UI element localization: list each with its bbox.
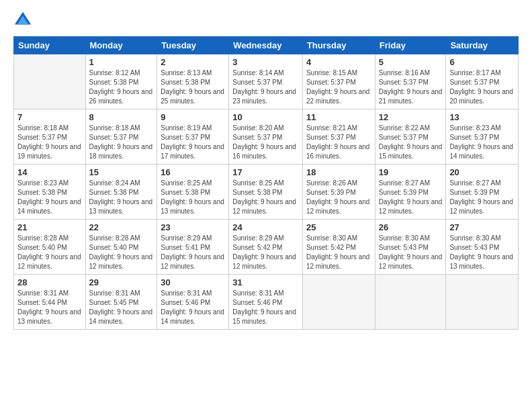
day-cell: 11Sunrise: 8:21 AMSunset: 5:37 PMDayligh… — [302, 109, 375, 165]
day-number: 2 — [161, 57, 225, 67]
day-cell: 24Sunrise: 8:29 AMSunset: 5:42 PMDayligh… — [229, 220, 303, 275]
header-row: SundayMondayTuesdayWednesdayThursdayFrid… — [14, 37, 519, 54]
header-monday: Monday — [85, 37, 157, 54]
day-info: Sunrise: 8:27 AMSunset: 5:39 PMDaylight:… — [379, 179, 443, 216]
day-cell — [375, 275, 446, 330]
day-number: 25 — [306, 222, 371, 232]
day-info: Sunrise: 8:16 AMSunset: 5:37 PMDaylight:… — [379, 68, 443, 106]
day-cell: 8Sunrise: 8:18 AMSunset: 5:37 PMDaylight… — [85, 109, 157, 165]
day-cell: 22Sunrise: 8:28 AMSunset: 5:40 PMDayligh… — [85, 220, 157, 275]
day-info: Sunrise: 8:30 AMSunset: 5:42 PMDaylight:… — [306, 234, 371, 271]
day-cell: 30Sunrise: 8:31 AMSunset: 5:46 PMDayligh… — [157, 275, 229, 330]
day-cell: 23Sunrise: 8:29 AMSunset: 5:41 PMDayligh… — [157, 220, 229, 275]
week-row-1: 7Sunrise: 8:18 AMSunset: 5:37 PMDaylight… — [14, 109, 519, 165]
day-info: Sunrise: 8:25 AMSunset: 5:38 PMDaylight:… — [232, 179, 299, 216]
day-number: 16 — [161, 167, 225, 177]
day-info: Sunrise: 8:13 AMSunset: 5:38 PMDaylight:… — [161, 68, 225, 106]
day-info: Sunrise: 8:25 AMSunset: 5:38 PMDaylight:… — [161, 179, 225, 216]
header-sunday: Sunday — [14, 37, 86, 54]
day-cell: 9Sunrise: 8:19 AMSunset: 5:37 PMDaylight… — [157, 109, 229, 165]
calendar: SundayMondayTuesdayWednesdayThursdayFrid… — [13, 36, 519, 330]
day-number: 27 — [449, 222, 515, 232]
day-cell: 7Sunrise: 8:18 AMSunset: 5:37 PMDaylight… — [14, 109, 86, 165]
logo — [13, 11, 35, 30]
day-number: 29 — [89, 277, 154, 287]
header-saturday: Saturday — [446, 37, 519, 54]
week-row-3: 21Sunrise: 8:28 AMSunset: 5:40 PMDayligh… — [14, 220, 519, 275]
day-cell — [14, 54, 86, 109]
day-number: 5 — [379, 57, 443, 67]
day-cell — [446, 275, 519, 330]
day-info: Sunrise: 8:14 AMSunset: 5:37 PMDaylight:… — [232, 68, 299, 106]
day-info: Sunrise: 8:20 AMSunset: 5:37 PMDaylight:… — [232, 124, 299, 161]
day-cell: 17Sunrise: 8:25 AMSunset: 5:38 PMDayligh… — [229, 165, 303, 220]
day-info: Sunrise: 8:31 AMSunset: 5:46 PMDaylight:… — [232, 289, 299, 326]
day-cell: 4Sunrise: 8:15 AMSunset: 5:37 PMDaylight… — [302, 54, 375, 109]
day-cell: 13Sunrise: 8:23 AMSunset: 5:37 PMDayligh… — [446, 109, 519, 165]
day-cell: 5Sunrise: 8:16 AMSunset: 5:37 PMDaylight… — [375, 54, 446, 109]
day-cell: 1Sunrise: 8:12 AMSunset: 5:38 PMDaylight… — [85, 54, 157, 109]
day-info: Sunrise: 8:22 AMSunset: 5:37 PMDaylight:… — [379, 124, 443, 161]
day-number: 28 — [17, 277, 82, 287]
day-number: 1 — [89, 57, 154, 67]
day-cell: 3Sunrise: 8:14 AMSunset: 5:37 PMDaylight… — [229, 54, 303, 109]
day-number: 6 — [449, 57, 515, 67]
day-info: Sunrise: 8:15 AMSunset: 5:37 PMDaylight:… — [306, 68, 371, 106]
day-number: 14 — [17, 167, 82, 177]
day-number: 4 — [306, 57, 371, 67]
day-info: Sunrise: 8:27 AMSunset: 5:39 PMDaylight:… — [449, 179, 515, 216]
day-number: 23 — [161, 222, 225, 232]
week-row-4: 28Sunrise: 8:31 AMSunset: 5:44 PMDayligh… — [14, 275, 519, 330]
day-cell: 20Sunrise: 8:27 AMSunset: 5:39 PMDayligh… — [446, 165, 519, 220]
day-info: Sunrise: 8:23 AMSunset: 5:37 PMDaylight:… — [449, 124, 515, 161]
header-wednesday: Wednesday — [229, 37, 303, 54]
day-number: 15 — [89, 167, 154, 177]
day-cell: 2Sunrise: 8:13 AMSunset: 5:38 PMDaylight… — [157, 54, 229, 109]
day-cell: 6Sunrise: 8:17 AMSunset: 5:37 PMDaylight… — [446, 54, 519, 109]
day-number: 7 — [17, 112, 82, 122]
day-number: 30 — [161, 277, 225, 287]
day-number: 10 — [232, 112, 299, 122]
header — [13, 11, 519, 30]
day-cell: 14Sunrise: 8:23 AMSunset: 5:38 PMDayligh… — [14, 165, 86, 220]
day-info: Sunrise: 8:17 AMSunset: 5:37 PMDaylight:… — [449, 68, 515, 106]
day-number: 12 — [379, 112, 443, 122]
day-info: Sunrise: 8:31 AMSunset: 5:44 PMDaylight:… — [17, 289, 82, 326]
header-friday: Friday — [375, 37, 446, 54]
day-number: 19 — [379, 167, 443, 177]
day-number: 8 — [89, 112, 154, 122]
day-number: 21 — [17, 222, 82, 232]
day-number: 3 — [232, 57, 299, 67]
day-info: Sunrise: 8:31 AMSunset: 5:46 PMDaylight:… — [161, 289, 225, 326]
day-info: Sunrise: 8:24 AMSunset: 5:38 PMDaylight:… — [89, 179, 154, 216]
day-cell: 26Sunrise: 8:30 AMSunset: 5:43 PMDayligh… — [375, 220, 446, 275]
day-cell: 25Sunrise: 8:30 AMSunset: 5:42 PMDayligh… — [302, 220, 375, 275]
day-number: 13 — [449, 112, 515, 122]
day-number: 24 — [232, 222, 299, 232]
day-number: 22 — [89, 222, 154, 232]
week-row-0: 1Sunrise: 8:12 AMSunset: 5:38 PMDaylight… — [14, 54, 519, 109]
day-info: Sunrise: 8:21 AMSunset: 5:37 PMDaylight:… — [306, 124, 371, 161]
day-number: 20 — [449, 167, 515, 177]
day-info: Sunrise: 8:18 AMSunset: 5:37 PMDaylight:… — [17, 124, 82, 161]
logo-icon — [13, 11, 32, 30]
week-row-2: 14Sunrise: 8:23 AMSunset: 5:38 PMDayligh… — [14, 165, 519, 220]
day-info: Sunrise: 8:29 AMSunset: 5:42 PMDaylight:… — [232, 234, 299, 271]
day-cell: 27Sunrise: 8:30 AMSunset: 5:43 PMDayligh… — [446, 220, 519, 275]
day-info: Sunrise: 8:30 AMSunset: 5:43 PMDaylight:… — [379, 234, 443, 271]
day-info: Sunrise: 8:29 AMSunset: 5:41 PMDaylight:… — [161, 234, 225, 271]
day-number: 26 — [379, 222, 443, 232]
day-info: Sunrise: 8:18 AMSunset: 5:37 PMDaylight:… — [89, 124, 154, 161]
day-info: Sunrise: 8:28 AMSunset: 5:40 PMDaylight:… — [17, 234, 82, 271]
day-cell: 28Sunrise: 8:31 AMSunset: 5:44 PMDayligh… — [14, 275, 86, 330]
day-cell: 29Sunrise: 8:31 AMSunset: 5:45 PMDayligh… — [85, 275, 157, 330]
day-info: Sunrise: 8:26 AMSunset: 5:39 PMDaylight:… — [306, 179, 371, 216]
day-info: Sunrise: 8:30 AMSunset: 5:43 PMDaylight:… — [449, 234, 515, 271]
day-info: Sunrise: 8:28 AMSunset: 5:40 PMDaylight:… — [89, 234, 154, 271]
day-info: Sunrise: 8:23 AMSunset: 5:38 PMDaylight:… — [17, 179, 82, 216]
day-cell: 19Sunrise: 8:27 AMSunset: 5:39 PMDayligh… — [375, 165, 446, 220]
header-thursday: Thursday — [302, 37, 375, 54]
page: SundayMondayTuesdayWednesdayThursdayFrid… — [0, 0, 532, 411]
day-cell: 31Sunrise: 8:31 AMSunset: 5:46 PMDayligh… — [229, 275, 303, 330]
day-cell: 10Sunrise: 8:20 AMSunset: 5:37 PMDayligh… — [229, 109, 303, 165]
